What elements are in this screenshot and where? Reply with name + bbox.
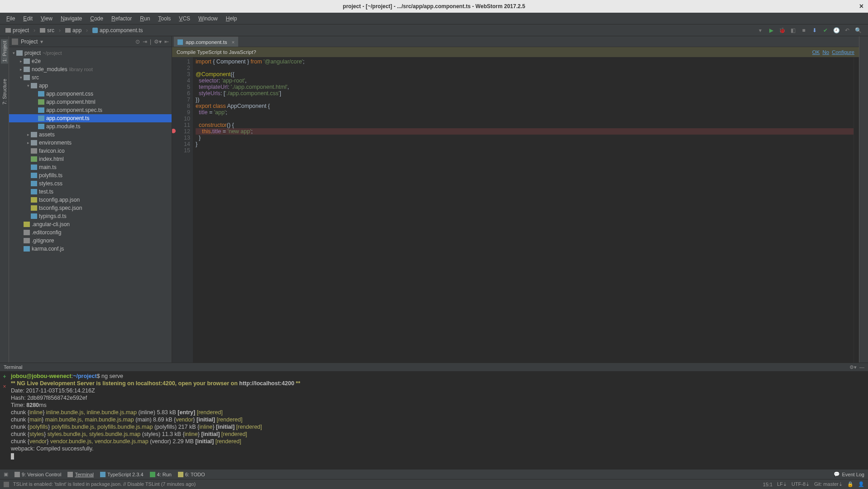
tree-node[interactable]: .editorconfig <box>9 228 172 237</box>
menu-edit[interactable]: Edit <box>19 14 36 23</box>
line-separator[interactable]: LF⇣ <box>777 481 787 487</box>
menu-help[interactable]: Help <box>222 14 241 23</box>
tree-arrow-icon[interactable] <box>25 83 31 88</box>
menu-tools[interactable]: Tools <box>154 14 174 23</box>
tree-node[interactable]: assets <box>9 131 172 139</box>
menu-window[interactable]: Window <box>195 14 221 23</box>
code-line[interactable]: this.title = 'new app'; <box>196 128 854 135</box>
tree-node[interactable]: app.component.spec.ts <box>9 106 172 114</box>
terminal-output[interactable]: jobou@jobou-weenect:~/project$ ng serve*… <box>9 372 868 469</box>
code-line[interactable]: templateUrl: './app.component.html', <box>196 84 854 90</box>
tree-node[interactable]: app.component.ts <box>9 114 172 122</box>
close-icon[interactable]: × <box>859 2 863 10</box>
breadcrumb-item[interactable]: app <box>62 26 84 34</box>
nav-dropdown-icon[interactable]: ▾ <box>757 27 764 34</box>
code-line[interactable]: } <box>196 141 854 147</box>
line-number[interactable]: 3 <box>172 71 190 77</box>
tool-tab-structure[interactable]: 7: Structure <box>1 77 8 107</box>
line-number[interactable]: 14 <box>172 141 190 147</box>
tree-node[interactable]: app.module.ts <box>9 122 172 131</box>
tree-node[interactable]: typings.d.ts <box>9 212 172 220</box>
line-number[interactable]: 9 <box>172 109 190 116</box>
code-line[interactable] <box>196 65 854 71</box>
code-editor[interactable]: 123456789101112131415 import { Component… <box>172 57 859 363</box>
close-tab-icon[interactable]: × <box>231 39 235 45</box>
menu-file[interactable]: File <box>3 14 19 23</box>
event-log-button[interactable]: 💬Event Log <box>834 471 864 477</box>
line-number[interactable]: 10 <box>172 116 190 122</box>
line-number[interactable]: 1 <box>172 58 190 65</box>
tree-arrow-icon[interactable] <box>18 59 24 63</box>
tree-node[interactable]: favicon.ico <box>9 147 172 155</box>
collapse-icon[interactable]: ⇥ <box>143 39 147 45</box>
code-line[interactable]: } <box>196 135 854 141</box>
tree-node[interactable]: project~/project <box>9 49 172 57</box>
tree-node[interactable]: app.component.css <box>9 90 172 98</box>
tree-node[interactable]: src <box>9 73 172 82</box>
menu-code[interactable]: Code <box>86 14 107 23</box>
chevron-down-icon[interactable]: ▾ <box>40 39 43 45</box>
editor-gutter[interactable]: 123456789101112131415 <box>172 57 193 363</box>
code-line[interactable]: selector: 'app-root', <box>196 77 854 84</box>
status-icon[interactable] <box>4 482 9 487</box>
tree-node[interactable]: app <box>9 82 172 90</box>
file-encoding[interactable]: UTF-8⇣ <box>791 481 810 487</box>
tree-node[interactable]: styles.css <box>9 179 172 188</box>
line-number[interactable]: 2 <box>172 65 190 71</box>
line-number[interactable]: 15 <box>172 147 190 154</box>
stop-icon[interactable]: ■ <box>800 27 807 34</box>
menu-view[interactable]: View <box>37 14 56 23</box>
project-view-icon[interactable] <box>12 39 18 45</box>
history-icon[interactable]: 🕘 <box>833 27 840 34</box>
revert-icon[interactable]: ↶ <box>844 27 851 34</box>
code-line[interactable]: }) <box>196 97 854 103</box>
line-number[interactable]: 7 <box>172 97 190 103</box>
menu-refactor[interactable]: Refactor <box>108 14 135 23</box>
search-icon[interactable]: 🔍 <box>854 27 862 34</box>
tree-node[interactable]: environments <box>9 139 172 147</box>
line-number[interactable]: 5 <box>172 84 190 90</box>
lock-icon[interactable]: 🔒 <box>847 481 854 487</box>
line-number[interactable]: 13 <box>172 135 190 141</box>
tree-arrow-icon[interactable] <box>25 132 31 137</box>
tree-arrow-icon[interactable] <box>18 67 24 72</box>
git-branch[interactable]: Git: master⇣ <box>814 481 843 487</box>
vcs-commit-icon[interactable]: ✔ <box>822 27 829 34</box>
breadcrumb-item[interactable]: project <box>3 26 32 34</box>
tree-arrow-icon[interactable] <box>11 51 16 55</box>
code-line[interactable]: @Component({ <box>196 71 854 77</box>
bottom-tab-typescript[interactable]: TypeScript 2.3.4 <box>100 472 144 477</box>
tree-node[interactable]: node_moduleslibrary root <box>9 65 172 73</box>
breakpoint-icon[interactable] <box>172 129 176 133</box>
hide-icon[interactable]: ⇤ <box>164 39 169 45</box>
banner-no-link[interactable]: No <box>822 49 829 55</box>
hide-terminal-icon[interactable]: — <box>859 364 864 370</box>
editor-scrollbar[interactable] <box>854 57 859 363</box>
tree-node[interactable]: polyfills.ts <box>9 171 172 179</box>
tree-node[interactable]: karma.conf.js <box>9 245 172 253</box>
menu-navigate[interactable]: Navigate <box>57 14 86 23</box>
code-line[interactable]: import { Component } from '@angular/core… <box>196 58 854 65</box>
tree-node[interactable]: e2e <box>9 57 172 65</box>
tree-arrow-icon[interactable] <box>18 75 24 80</box>
line-number[interactable]: 6 <box>172 90 190 97</box>
editor-tab[interactable]: app.component.ts × <box>174 37 238 47</box>
vcs-update-icon[interactable]: ⬇ <box>811 27 818 34</box>
tool-tab-project[interactable]: 1: Project <box>1 39 8 63</box>
locate-icon[interactable]: ⊙ <box>135 39 140 45</box>
code-content[interactable]: import { Component } from '@angular/core… <box>193 57 854 363</box>
bottom-tab-run[interactable]: 4: Run <box>150 472 172 477</box>
run-icon[interactable]: ▶ <box>767 27 775 34</box>
breadcrumb-item[interactable]: src <box>37 26 57 34</box>
code-line[interactable]: constructor() { <box>196 122 854 128</box>
debug-icon[interactable]: 🐞 <box>778 27 786 34</box>
menu-vcs[interactable]: VCS <box>175 14 194 23</box>
line-number[interactable]: 4 <box>172 77 190 84</box>
code-line[interactable]: styleUrls: ['./app.component.css'] <box>196 90 854 97</box>
bottom-tab-terminal[interactable]: Terminal <box>67 472 94 477</box>
code-line[interactable] <box>196 116 854 122</box>
tree-node[interactable]: .angular-cli.json <box>9 220 172 228</box>
tree-node[interactable]: main.ts <box>9 163 172 171</box>
add-terminal-icon[interactable]: + <box>3 373 6 380</box>
inspection-icon[interactable]: 👤 <box>858 481 864 487</box>
